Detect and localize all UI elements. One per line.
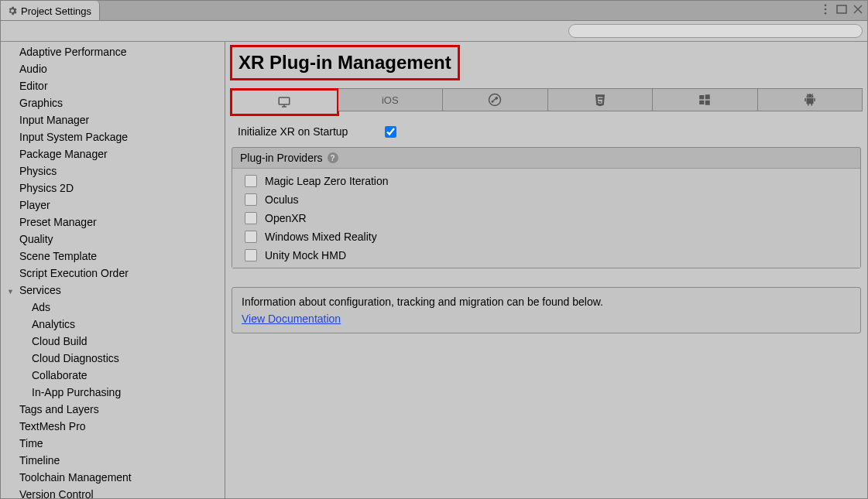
platform-tab-webgl[interactable] <box>548 88 654 111</box>
search-input[interactable] <box>568 24 863 38</box>
sidebar-item-package-manager[interactable]: Package Manager <box>1 145 225 162</box>
svg-point-12 <box>496 97 499 100</box>
sidebar-item-editor[interactable]: Editor <box>1 77 225 94</box>
provider-label: Windows Mixed Reality <box>265 231 377 243</box>
sidebar-item-time[interactable]: Time <box>1 435 225 452</box>
sidebar-item-quality[interactable]: Quality <box>1 231 225 248</box>
sidebar-item-textmesh-pro[interactable]: TextMesh Pro <box>1 418 225 435</box>
svg-rect-18 <box>705 101 710 105</box>
svg-rect-15 <box>700 95 705 99</box>
provider-label: Magic Leap Zero Iteration <box>265 175 389 187</box>
provider-row-windows-mixed-reality: Windows Mixed Reality <box>237 227 856 246</box>
plugin-providers-header: Plug-in Providers ? <box>232 148 860 169</box>
windows-icon <box>698 93 712 107</box>
provider-row-unity-mock-hmd: Unity Mock HMD <box>237 246 856 265</box>
sidebar-item-ads[interactable]: Ads <box>1 299 225 316</box>
sidebar-item-player[interactable]: Player <box>1 197 225 214</box>
platform-tab-steam[interactable] <box>443 88 548 111</box>
provider-row-openxr: OpenXR <box>237 209 856 227</box>
sidebar-item-physics-2d[interactable]: Physics 2D <box>1 179 225 197</box>
svg-point-19 <box>808 96 808 97</box>
info-text: Information about configuration, trackin… <box>242 296 851 308</box>
settings-main: XR Plug-in Management iOS Initialize XR … <box>225 42 867 498</box>
provider-label: Unity Mock HMD <box>265 249 346 261</box>
platform-tab-ios[interactable]: iOS <box>338 88 444 111</box>
sidebar-item-input-manager[interactable]: Input Manager <box>1 111 225 128</box>
svg-point-0 <box>825 4 827 6</box>
close-icon[interactable] <box>853 5 863 14</box>
title-highlight: XR Plug-in Management <box>230 45 460 80</box>
provider-checkbox[interactable] <box>245 212 257 224</box>
provider-row-magic-leap-zero-iteration: Magic Leap Zero Iteration <box>237 172 856 190</box>
svg-point-2 <box>825 12 827 15</box>
titlebar: Project Settings <box>1 1 867 21</box>
sidebar-item-tags-and-layers[interactable]: Tags and Layers <box>1 401 225 418</box>
provider-row-oculus: Oculus <box>237 190 856 209</box>
plugin-providers-header-label: Plug-in Providers <box>240 152 323 164</box>
settings-sidebar: Adaptive PerformanceAudioEditorGraphicsI… <box>1 42 225 498</box>
monitor-icon <box>277 95 291 109</box>
sidebar-item-cloud-diagnostics[interactable]: Cloud Diagnostics <box>1 350 225 367</box>
page-title: XR Plug-in Management <box>232 47 458 78</box>
initialize-xr-row: Initialize XR on Startup <box>230 121 863 142</box>
platform-tab-standalone[interactable] <box>232 91 337 114</box>
gear-icon <box>7 5 18 16</box>
sidebar-item-preset-manager[interactable]: Preset Manager <box>1 214 225 231</box>
sidebar-item-in-app-purchasing[interactable]: In-App Purchasing <box>1 384 225 401</box>
sidebar-item-services[interactable]: Services <box>1 282 225 299</box>
provider-checkbox[interactable] <box>245 175 257 187</box>
steam-icon <box>488 93 502 107</box>
sidebar-item-version-control[interactable]: Version Control <box>1 486 225 498</box>
svg-rect-17 <box>700 101 705 104</box>
searchbar-row <box>1 21 867 42</box>
platform-tab-windows[interactable] <box>653 88 758 111</box>
provider-checkbox[interactable] <box>245 249 257 261</box>
ios-icon: iOS <box>382 94 399 106</box>
sidebar-item-cloud-build[interactable]: Cloud Build <box>1 333 225 350</box>
initialize-xr-checkbox[interactable] <box>385 126 396 138</box>
svg-point-13 <box>492 101 494 103</box>
sidebar-item-graphics[interactable]: Graphics <box>1 94 225 111</box>
sidebar-item-timeline[interactable]: Timeline <box>1 452 225 469</box>
initialize-xr-label: Initialize XR on Startup <box>238 125 385 138</box>
svg-rect-21 <box>805 98 806 102</box>
sidebar-item-collaborate[interactable]: Collaborate <box>1 367 225 384</box>
plugin-providers-list: Magic Leap Zero IterationOculusOpenXRWin… <box>232 169 860 268</box>
info-box: Information about configuration, trackin… <box>232 287 861 333</box>
svg-rect-3 <box>837 5 846 13</box>
sidebar-item-physics[interactable]: Physics <box>1 162 225 179</box>
sidebar-item-toolchain-management[interactable]: Toolchain Management <box>1 469 225 486</box>
window-tab-label: Project Settings <box>21 5 91 17</box>
platform-tab-highlight <box>230 88 339 116</box>
svg-rect-8 <box>280 97 290 104</box>
view-documentation-link[interactable]: View Documentation <box>242 313 341 325</box>
svg-rect-22 <box>814 98 815 102</box>
sidebar-item-adaptive-performance[interactable]: Adaptive Performance <box>1 43 225 60</box>
provider-checkbox[interactable] <box>245 193 257 206</box>
platform-tabs: iOS <box>230 88 863 116</box>
sidebar-item-analytics[interactable]: Analytics <box>1 316 225 333</box>
help-icon[interactable]: ? <box>328 152 338 163</box>
provider-label: Oculus <box>265 193 299 206</box>
project-settings-window: Project Settings Adaptive PerformanceAud… <box>0 0 868 499</box>
window-tab-project-settings[interactable]: Project Settings <box>1 1 100 20</box>
sidebar-item-scene-template[interactable]: Scene Template <box>1 248 225 265</box>
more-icon[interactable] <box>821 4 830 15</box>
titlebar-controls <box>816 1 867 18</box>
html5-icon <box>593 93 607 107</box>
provider-label: OpenXR <box>265 212 307 224</box>
svg-rect-16 <box>705 94 710 99</box>
svg-line-14 <box>493 99 496 101</box>
sidebar-item-input-system-package[interactable]: Input System Package <box>1 128 225 145</box>
sidebar-item-audio[interactable]: Audio <box>1 60 225 77</box>
sidebar-item-script-execution-order[interactable]: Script Execution Order <box>1 265 225 282</box>
android-icon <box>803 93 817 107</box>
svg-point-1 <box>825 9 827 11</box>
provider-checkbox[interactable] <box>245 231 257 243</box>
svg-point-20 <box>811 96 811 97</box>
maximize-icon[interactable] <box>836 5 847 14</box>
plugin-providers-section: Plug-in Providers ? Magic Leap Zero Iter… <box>232 147 861 268</box>
platform-tab-android[interactable] <box>758 88 863 111</box>
